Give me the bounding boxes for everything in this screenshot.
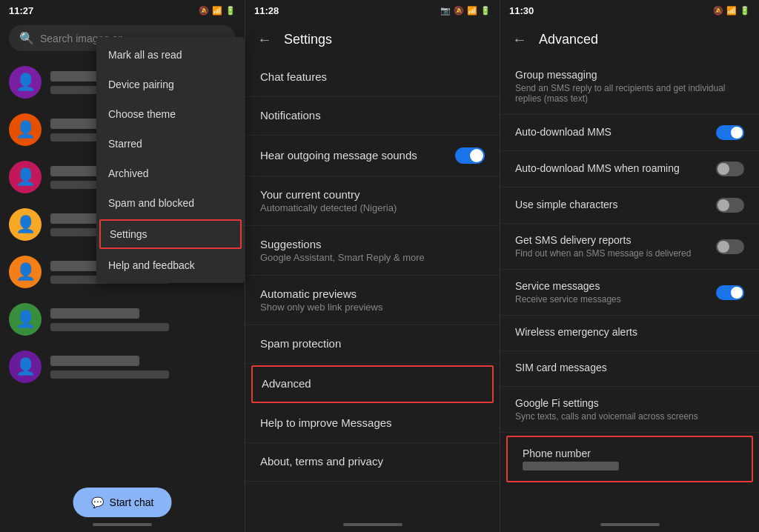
back-button[interactable]: ← <box>257 31 272 48</box>
settings-item-label: Help to improve Messages <box>260 416 485 429</box>
adv-item-content: Service messages Receive service message… <box>515 280 716 305</box>
settings-list: Chat features Notifications Hear outgoin… <box>245 59 500 517</box>
settings-item-subtitle: Show only web link previews <box>260 302 485 313</box>
settings-item-advanced[interactable]: Advanced <box>251 365 494 403</box>
avatar: 👤 <box>9 256 42 288</box>
chat-msg-blur <box>50 323 169 331</box>
avatar: 👤 <box>9 208 42 241</box>
service-messages-toggle[interactable] <box>716 285 744 300</box>
adv-item-group-messaging[interactable]: Group messaging Send an SMS reply to all… <box>500 59 759 115</box>
adv-item-service-messages[interactable]: Service messages Receive service message… <box>500 270 759 316</box>
auto-download-toggle[interactable] <box>716 125 744 140</box>
menu-item-help-feedback[interactable]: Help and feedback <box>96 250 245 280</box>
bottom-indicator-2 <box>343 523 402 526</box>
status-icons-2: 📷 🔕 📶 🔋 <box>440 6 491 16</box>
avatar: 👤 <box>9 66 42 99</box>
adv-item-label: Group messaging <box>515 69 744 81</box>
settings-item-about[interactable]: About, terms and privacy <box>245 443 500 482</box>
menu-item-choose-theme[interactable]: Choose theme <box>96 99 245 129</box>
sounds-toggle[interactable] <box>455 147 485 164</box>
settings-item-notifications[interactable]: Notifications <box>245 97 500 136</box>
advanced-title: Advanced <box>539 32 598 47</box>
menu-item-archived[interactable]: Archived <box>96 159 245 188</box>
avatar: 👤 <box>9 161 42 193</box>
settings-item-spam[interactable]: Spam protection <box>245 325 500 364</box>
status-bar-3: 11:30 🔕 📶 🔋 <box>500 0 759 21</box>
start-chat-button[interactable]: 💬 Start chat <box>73 488 172 517</box>
settings-item-label: Hear outgoing message sounds <box>260 149 417 162</box>
avatar: 👤 <box>9 113 42 146</box>
simple-chars-toggle[interactable] <box>716 198 744 213</box>
chat-item[interactable]: 👤 <box>0 296 245 343</box>
settings-header: ← Settings <box>245 21 500 59</box>
settings-item-subtitle: Automatically detected (Nigeria) <box>260 202 485 213</box>
adv-item-label: Use simple characters <box>515 199 618 210</box>
avatar: 👤 <box>9 303 42 336</box>
adv-item-auto-download-roaming[interactable]: Auto-download MMS when roaming <box>500 151 759 187</box>
settings-item-suggestions[interactable]: Suggestions Google Assistant, Smart Repl… <box>245 226 500 276</box>
status-time-1: 11:27 <box>9 5 33 16</box>
settings-item-label: Suggestions <box>260 238 485 250</box>
chat-item[interactable]: 👤 <box>0 343 245 390</box>
adv-item-auto-download[interactable]: Auto-download MMS <box>500 115 759 151</box>
phone-number-value <box>523 462 619 471</box>
adv-item-label: Wireless emergency alerts <box>515 326 744 338</box>
settings-item-label: Your current country <box>260 188 485 201</box>
start-chat-label: Start chat <box>110 496 154 508</box>
status-time-2: 11:28 <box>254 5 279 16</box>
chat-name-blur <box>50 308 139 319</box>
sms-delivery-toggle[interactable] <box>716 239 744 254</box>
panel-chat-list: 11:27 🔕 📶 🔋 🔍 Search images an 👤 👤 <box>0 0 245 532</box>
battery-icon-2: 🔋 <box>480 6 491 16</box>
adv-item-subtitle: Sync texts, calls and voicemail across s… <box>515 411 744 422</box>
settings-item-auto-previews[interactable]: Automatic previews Show only web link pr… <box>245 276 500 325</box>
photo-icon: 📷 <box>440 6 451 16</box>
start-chat-icon: 💬 <box>91 496 104 508</box>
menu-item-device-pairing[interactable]: Device pairing <box>96 70 245 99</box>
settings-item-country[interactable]: Your current country Automatically detec… <box>245 176 500 226</box>
status-bar-2: 11:28 📷 🔕 📶 🔋 <box>245 0 500 21</box>
adv-item-subtitle: Receive service messages <box>515 294 716 305</box>
menu-item-spam-blocked[interactable]: Spam and blocked <box>96 188 245 218</box>
search-icon: 🔍 <box>19 31 34 45</box>
adv-item-phone-number[interactable]: Phone number <box>506 436 753 482</box>
settings-item-label: Chat features <box>260 70 485 83</box>
adv-item-label: Get SMS delivery reports <box>515 234 716 246</box>
bottom-bar-2 <box>245 517 500 532</box>
settings-item-chat-features[interactable]: Chat features <box>245 59 500 97</box>
settings-title: Settings <box>284 32 332 47</box>
bottom-bar-3 <box>500 517 759 532</box>
adv-item-label: Google Fi settings <box>515 397 744 409</box>
adv-item-google-fi[interactable]: Google Fi settings Sync texts, calls and… <box>500 387 759 433</box>
battery-icon: 🔋 <box>225 6 236 16</box>
menu-item-settings[interactable]: Settings <box>99 219 242 249</box>
auto-download-roaming-toggle[interactable] <box>716 162 744 176</box>
adv-item-wireless-alerts[interactable]: Wireless emergency alerts <box>500 316 759 351</box>
back-button-advanced[interactable]: ← <box>512 31 527 48</box>
battery-icon-3: 🔋 <box>740 6 750 16</box>
settings-item-label: About, terms and privacy <box>260 455 485 468</box>
adv-item-sms-delivery[interactable]: Get SMS delivery reports Find out when a… <box>500 224 759 270</box>
menu-item-starred[interactable]: Starred <box>96 129 245 159</box>
advanced-list: Group messaging Send an SMS reply to all… <box>500 59 759 517</box>
chat-content <box>50 308 236 331</box>
chat-name-blur <box>50 356 139 366</box>
settings-item-label: Notifications <box>260 109 485 122</box>
adv-item-label: Service messages <box>515 280 716 292</box>
status-icons-3: 🔕 📶 🔋 <box>713 6 750 16</box>
settings-item-help-improve[interactable]: Help to improve Messages <box>245 405 500 443</box>
mute-icon-3: 🔕 <box>713 6 723 16</box>
panel-advanced: 11:30 🔕 📶 🔋 ← Advanced Group messaging S… <box>500 0 759 532</box>
mute-icon-2: 🔕 <box>454 6 464 16</box>
signal-icon-2: 📶 <box>467 6 477 16</box>
settings-item-sounds[interactable]: Hear outgoing message sounds <box>245 136 500 176</box>
status-bar-1: 11:27 🔕 📶 🔋 <box>0 0 245 21</box>
adv-item-content: Get SMS delivery reports Find out when a… <box>515 234 716 259</box>
status-time-3: 11:30 <box>509 5 534 16</box>
menu-item-mark-all-read[interactable]: Mark all as read <box>96 40 245 70</box>
dropdown-menu: Mark all as read Device pairing Choose t… <box>96 37 245 283</box>
signal-icon: 📶 <box>212 6 222 16</box>
status-icons-1: 🔕 📶 🔋 <box>199 6 236 16</box>
adv-item-sim-messages[interactable]: SIM card messages <box>500 351 759 387</box>
adv-item-simple-chars[interactable]: Use simple characters <box>500 187 759 224</box>
